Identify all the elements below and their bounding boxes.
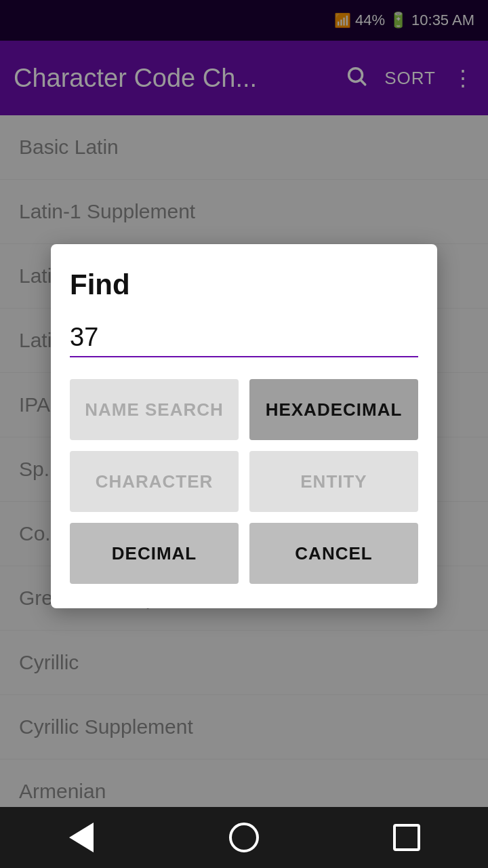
recents-button[interactable] — [383, 817, 430, 858]
name-search-button[interactable]: NAME SEARCH — [70, 379, 239, 440]
hexadecimal-button[interactable]: HEXADECIMAL — [249, 379, 418, 440]
bottom-nav — [0, 807, 488, 868]
find-input[interactable] — [70, 320, 418, 357]
decimal-button[interactable]: DECIMAL — [70, 523, 239, 584]
character-button[interactable]: CHARACTER — [70, 451, 239, 512]
back-icon — [69, 823, 94, 852]
home-button[interactable] — [220, 817, 268, 858]
find-dialog: Find NAME SEARCH HEXADECIMAL CHARACTER E… — [51, 244, 437, 608]
back-button[interactable] — [58, 817, 105, 858]
dialog-button-grid: NAME SEARCH HEXADECIMAL CHARACTER ENTITY… — [70, 379, 418, 584]
dialog-title: Find — [70, 269, 418, 301]
home-icon — [229, 823, 259, 852]
recents-icon — [393, 824, 420, 851]
entity-button[interactable]: ENTITY — [249, 451, 418, 512]
cancel-button[interactable]: CANCEL — [249, 523, 418, 584]
